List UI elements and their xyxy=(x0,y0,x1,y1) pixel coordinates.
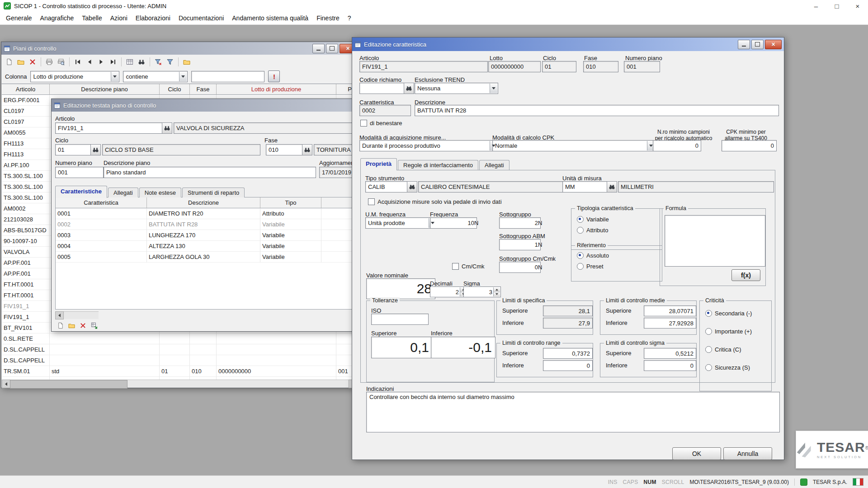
tab[interactable]: Caratteristiche xyxy=(55,186,107,198)
find-button[interactable] xyxy=(136,56,147,67)
menu-item[interactable]: Azioni xyxy=(106,12,132,24)
tab[interactable]: Proprietà xyxy=(360,158,397,170)
step-up-icon[interactable] xyxy=(494,287,500,292)
menu-item[interactable]: Anagrafiche xyxy=(36,12,78,24)
articolo-lookup-button[interactable] xyxy=(162,122,172,134)
tab[interactable]: Allegati xyxy=(479,160,509,170)
esclusione-trend-select[interactable]: Nessuna xyxy=(415,83,498,94)
nav-next-button[interactable] xyxy=(96,56,107,67)
horizontal-scrollbar[interactable] xyxy=(2,380,357,388)
minimize-button[interactable]: – xyxy=(806,0,826,12)
radio-option[interactable]: Critica (C) xyxy=(705,346,771,353)
column-header-descrizione[interactable]: Descrizione piano xyxy=(50,84,160,95)
cmcmk-checkbox[interactable]: Cm/Cmk xyxy=(452,263,485,270)
range-inferiore-field[interactable]: 0 xyxy=(543,360,593,371)
tab[interactable]: Allegati xyxy=(108,188,138,197)
table-row[interactable]: D.SL.CAPPELL xyxy=(2,355,357,366)
maximize-button[interactable]: □ xyxy=(826,0,847,12)
range-superiore-field[interactable]: 0,7372 xyxy=(543,348,593,359)
radio-option[interactable]: Importante (+) xyxy=(705,328,771,335)
scroll-left-button[interactable] xyxy=(2,380,10,388)
calcolo-cpk-select[interactable]: Normale xyxy=(492,140,656,151)
menu-item[interactable]: Documentazioni xyxy=(175,12,228,24)
table-row[interactable]: D.SL.CAPPELL xyxy=(2,344,357,355)
radio-option[interactable]: Sicurezza (S) xyxy=(705,364,771,371)
menu-item[interactable]: Tabelle xyxy=(78,12,106,24)
indicazioni-textarea[interactable]: Controllare con becchi da interno sul di… xyxy=(366,392,780,432)
maximize-button[interactable] xyxy=(326,44,338,53)
articolo-field[interactable]: FIV191_1 xyxy=(55,122,165,134)
filter-column-select[interactable]: Lotto di produzione xyxy=(30,71,119,82)
sigma-stepper[interactable]: 3 xyxy=(463,286,501,297)
sigma-superiore-field[interactable]: 0,5212 xyxy=(644,348,696,359)
radio-option[interactable]: Preset xyxy=(577,263,662,270)
radio-option[interactable]: Variabile xyxy=(577,216,662,223)
tab[interactable]: Strumenti di reparto xyxy=(182,188,245,197)
table-row[interactable]: TR.SM.01 std 01 010 0000000000 001 xyxy=(2,366,357,377)
menu-item[interactable]: Finestre xyxy=(312,12,344,24)
sigma-inferiore-field[interactable]: 0 xyxy=(644,360,696,371)
decimali-stepper[interactable]: 2 xyxy=(430,286,467,297)
ciclo-lookup-button[interactable] xyxy=(90,144,101,155)
dialog-titlebar[interactable]: Editazione caratteristica × xyxy=(352,38,784,51)
minimize-button[interactable] xyxy=(312,44,325,53)
tab[interactable]: Note estese xyxy=(139,188,181,197)
maximize-button[interactable] xyxy=(751,40,764,49)
open-button[interactable] xyxy=(15,56,26,67)
radio-option[interactable]: Secondaria (-) xyxy=(705,310,771,317)
cpk-minimo-field[interactable]: 0 xyxy=(722,140,777,151)
valore-nominale-field[interactable]: 28 xyxy=(366,278,435,299)
benestare-checkbox[interactable]: di benestare xyxy=(360,120,402,127)
numero-piano-field[interactable]: 001 xyxy=(55,167,104,178)
menu-item[interactable]: Elaborazioni xyxy=(132,12,175,24)
table-row[interactable]: 0.SL.RETE xyxy=(2,333,357,344)
nav-last-button[interactable] xyxy=(108,56,118,67)
medie-superiore-field[interactable]: 28,07071 xyxy=(644,305,696,316)
nav-first-button[interactable] xyxy=(72,56,83,67)
delete-row-button[interactable] xyxy=(78,320,88,330)
tolleranza-inferiore-field[interactable]: -0,1 xyxy=(431,337,495,358)
descrizione-piano-field[interactable]: Piano standard xyxy=(104,167,316,178)
close-button[interactable]: × xyxy=(765,40,782,49)
scroll-left-button[interactable] xyxy=(55,311,64,319)
fase-field[interactable]: 010 xyxy=(266,144,305,155)
piani-titlebar[interactable]: Piani di controllo × xyxy=(1,42,359,55)
ok-button[interactable]: OK xyxy=(672,447,721,460)
filter-value-input[interactable] xyxy=(191,71,264,82)
formula-field[interactable] xyxy=(665,215,765,267)
iso-field[interactable] xyxy=(371,314,429,325)
folder-button[interactable] xyxy=(181,56,192,67)
um-frequenza-select[interactable]: Unità prodotte xyxy=(365,217,437,229)
menu-item[interactable]: Generale xyxy=(2,12,36,24)
grid-view-button[interactable] xyxy=(124,56,135,67)
menu-item[interactable]: Andamento sistema qualità xyxy=(228,12,312,24)
column-header-tipo[interactable]: Tipo xyxy=(260,197,321,208)
column-header-descrizione[interactable]: Descrizione xyxy=(147,197,260,208)
fase-lookup-button[interactable] xyxy=(302,144,312,155)
step-down-icon[interactable] xyxy=(494,292,500,297)
tab[interactable]: Regole di interfacciamento xyxy=(398,160,478,170)
column-header-caratteristica[interactable]: Caratteristica xyxy=(56,197,147,208)
frequenza-field[interactable]: 10 xyxy=(430,217,477,229)
scrollbar-thumb[interactable] xyxy=(10,380,127,389)
sottogruppo-field[interactable]: 2 xyxy=(499,217,541,229)
new-button[interactable] xyxy=(4,56,14,67)
column-header-articolo[interactable]: Articolo xyxy=(2,84,50,95)
filter-clear-button[interactable] xyxy=(153,56,164,67)
radio-option[interactable]: Attributo xyxy=(577,227,662,234)
sottogruppo-abm-field[interactable]: 1 xyxy=(499,239,541,250)
radio-option[interactable]: Assoluto xyxy=(577,252,662,259)
formula-fx-button[interactable]: f(x) xyxy=(731,269,760,281)
close-button[interactable]: × xyxy=(847,0,868,12)
medie-inferiore-field[interactable]: 27,92928 xyxy=(644,318,696,328)
menu-item[interactable]: ? xyxy=(344,12,355,24)
column-header-ciclo[interactable]: Ciclo xyxy=(160,84,190,95)
sottogruppo-cmk-field[interactable]: 0 xyxy=(499,262,541,273)
descrizione-field[interactable]: BATTUTA INT R28 xyxy=(415,105,779,116)
minimize-button[interactable] xyxy=(738,40,750,49)
annulla-button[interactable]: Annulla xyxy=(723,447,772,460)
filter-button[interactable] xyxy=(165,56,175,67)
column-header-fase[interactable]: Fase xyxy=(190,84,217,95)
acquisizione-select[interactable]: Durante il processo produttivo xyxy=(359,140,498,151)
ciclo-field[interactable]: 01 xyxy=(55,144,93,155)
